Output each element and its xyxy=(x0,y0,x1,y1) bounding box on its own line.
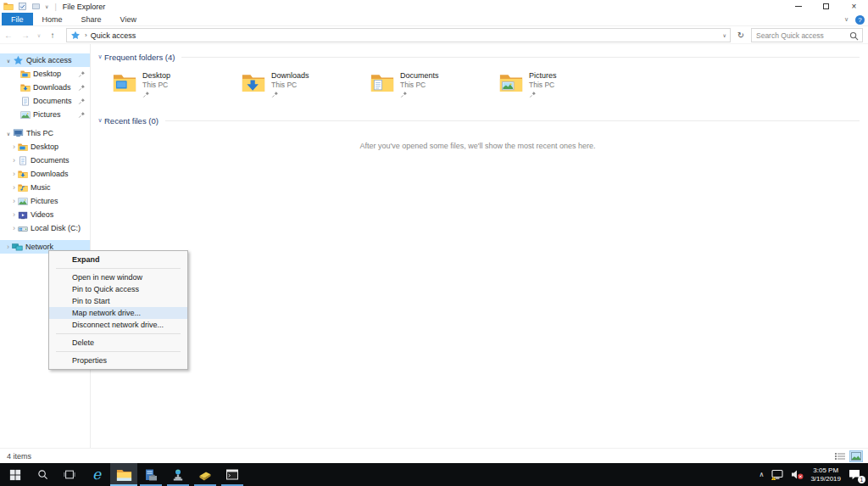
taskbar-internet-explorer-button[interactable]: e xyxy=(83,463,110,486)
new-folder-qat-icon[interactable] xyxy=(31,2,41,11)
tile-name: Desktop xyxy=(142,71,170,80)
tab-share[interactable]: Share xyxy=(72,13,111,25)
downloads-folder-icon xyxy=(18,170,28,179)
tab-home[interactable]: Home xyxy=(33,13,72,25)
recent-locations-chevron-icon[interactable]: ∨ xyxy=(34,32,44,38)
breadcrumb[interactable]: Quick access xyxy=(91,31,136,40)
help-button[interactable]: ? xyxy=(855,15,865,25)
chevron-right-icon[interactable]: › xyxy=(10,157,18,165)
frequent-folders-header[interactable]: ∨ Frequent folders (4) xyxy=(96,52,860,62)
minimize-button[interactable] xyxy=(784,0,812,13)
address-dropdown-chevron-icon[interactable]: ∨ xyxy=(723,32,726,38)
directory-users-icon xyxy=(171,468,185,482)
properties-qat-icon[interactable] xyxy=(18,2,27,11)
pictures-icon xyxy=(20,110,31,120)
menu-item-pin-to-start[interactable]: Pin to Start xyxy=(49,295,187,307)
back-button[interactable]: ← xyxy=(0,31,17,40)
taskbar-admin-tool-button[interactable] xyxy=(192,463,219,486)
chevron-down-icon[interactable]: ∨ xyxy=(4,131,13,137)
search-icon[interactable] xyxy=(849,31,859,41)
menu-item-pin-to-quick-access[interactable]: Pin to Quick access xyxy=(49,283,187,295)
tab-file[interactable]: File xyxy=(2,13,33,25)
menu-item-delete[interactable]: Delete xyxy=(49,337,187,349)
chevron-right-icon[interactable]: › xyxy=(10,225,18,232)
refresh-button[interactable]: ↻ xyxy=(734,28,748,42)
start-button[interactable] xyxy=(2,463,29,486)
group-title: Recent files (0) xyxy=(104,116,159,126)
pictures-icon xyxy=(18,197,28,206)
sidebar-item-quick-access[interactable]: ∨ Quick access xyxy=(0,53,90,67)
task-view-button[interactable] xyxy=(56,463,83,486)
sidebar-item-pc-music[interactable]: › Music xyxy=(0,181,90,194)
menu-item-map-network-drive[interactable]: Map network drive... xyxy=(49,307,187,319)
chevron-right-icon[interactable]: › xyxy=(10,143,18,151)
forward-button[interactable]: → xyxy=(17,31,34,40)
documents-folder-icon xyxy=(370,72,394,93)
taskbar-search-button[interactable] xyxy=(29,463,56,486)
folder-tile-downloads[interactable]: Downloads This PC xyxy=(242,70,370,101)
tab-view[interactable]: View xyxy=(111,13,146,25)
maximize-icon xyxy=(823,3,829,9)
network-status-icon[interactable] xyxy=(771,469,784,481)
sidebar-item-documents[interactable]: Documents xyxy=(0,94,90,108)
system-tray: ∧ 3:05 PM 3/19/2019 1 xyxy=(760,466,868,483)
taskbar-file-explorer-button[interactable] xyxy=(110,463,137,486)
sidebar-item-pc-downloads[interactable]: › Downloads xyxy=(0,167,90,181)
tile-location: This PC xyxy=(271,81,309,89)
action-center-button[interactable]: 1 xyxy=(848,468,863,482)
qat-customize-chevron-icon[interactable]: ∨ xyxy=(45,3,48,9)
sidebar-item-pc-videos[interactable]: › Videos xyxy=(0,208,90,221)
up-button[interactable]: ↑ xyxy=(44,31,61,40)
chevron-down-icon[interactable]: ∨ xyxy=(4,58,13,64)
search-input[interactable] xyxy=(752,29,862,42)
close-button[interactable]: × xyxy=(840,0,868,13)
volume-muted-icon[interactable] xyxy=(791,469,804,480)
taskbar-server-manager-button[interactable] xyxy=(137,463,164,486)
sidebar-item-label: Music xyxy=(31,183,51,192)
menu-item-disconnect-network-drive[interactable]: Disconnect network drive... xyxy=(49,319,187,331)
tile-location: This PC xyxy=(529,81,557,89)
chevron-down-icon[interactable]: ∨ xyxy=(96,53,104,60)
tile-name: Pictures xyxy=(529,71,557,80)
chevron-right-icon[interactable]: › xyxy=(10,198,18,205)
chevron-down-icon[interactable]: ∨ xyxy=(96,117,104,124)
chevron-right-icon[interactable]: › xyxy=(10,211,18,219)
sidebar-item-pictures[interactable]: Pictures xyxy=(0,108,90,121)
sidebar-item-this-pc[interactable]: ∨ This PC xyxy=(0,126,90,140)
taskbar-console-button[interactable] xyxy=(219,463,246,486)
folder-tile-pictures[interactable]: Pictures This PC xyxy=(499,70,628,101)
sidebar-item-downloads[interactable]: Downloads xyxy=(0,81,90,94)
recent-files-header[interactable]: ∨ Recent files (0) xyxy=(96,115,860,126)
folder-tile-desktop[interactable]: Desktop This PC xyxy=(113,70,242,101)
windows-logo-icon xyxy=(9,469,21,481)
window-title: File Explorer xyxy=(63,3,106,11)
thumbnail-view-icon xyxy=(851,452,861,461)
details-view-button[interactable] xyxy=(833,450,847,462)
search-icon xyxy=(37,469,48,480)
pictures-folder-icon xyxy=(499,72,523,93)
thumbnail-view-button[interactable] xyxy=(849,450,863,462)
chevron-right-icon[interactable]: › xyxy=(4,243,12,251)
chevron-right-icon[interactable]: › xyxy=(10,184,18,192)
breadcrumb-chevron-icon[interactable]: › xyxy=(85,31,87,39)
ribbon-tabs: File Home Share View xyxy=(0,13,868,26)
menu-item-properties[interactable]: Properties xyxy=(49,355,187,366)
sidebar-item-local-disk-c[interactable]: › Local Disk (C:) xyxy=(0,221,90,235)
tray-overflow-chevron-icon[interactable]: ∧ xyxy=(760,471,765,478)
file-explorer-window: ∨ | File Explorer × File Home Share View… xyxy=(0,0,868,463)
taskbar-clock[interactable]: 3:05 PM 3/19/2019 xyxy=(810,466,841,483)
sidebar-item-pc-desktop[interactable]: › Desktop xyxy=(0,140,90,154)
taskbar-ad-users-button[interactable] xyxy=(164,463,192,486)
desktop-folder-icon xyxy=(20,70,31,79)
menu-item-open-in-new-window[interactable]: Open in new window xyxy=(49,271,187,283)
chevron-right-icon[interactable]: › xyxy=(10,170,18,178)
expand-ribbon-chevron-icon[interactable]: ∨ xyxy=(844,16,849,23)
address-box[interactable]: › Quick access ∨ xyxy=(66,28,731,42)
menu-item-expand[interactable]: Expand xyxy=(49,254,187,265)
sidebar-item-desktop[interactable]: Desktop xyxy=(0,67,90,81)
folder-tile-documents[interactable]: Documents This PC xyxy=(370,70,499,101)
maximize-button[interactable] xyxy=(812,0,840,13)
sidebar-item-pc-pictures[interactable]: › Pictures xyxy=(0,194,90,208)
sidebar-item-pc-documents[interactable]: › Documents xyxy=(0,154,90,167)
pin-icon xyxy=(529,91,537,98)
